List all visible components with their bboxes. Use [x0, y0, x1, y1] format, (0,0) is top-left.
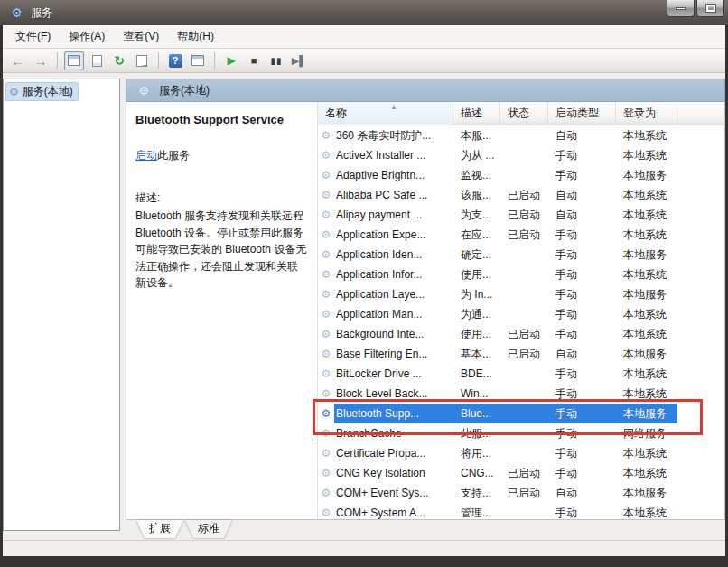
table-row[interactable]: ⚙Application Expe...在应...已启动手动本地系统	[318, 225, 724, 245]
forward-button[interactable]: →	[31, 51, 51, 70]
export-list-button[interactable]	[132, 51, 152, 70]
restart-service-button[interactable]: ▶▌	[289, 51, 309, 70]
service-action-line: 启动此服务	[135, 148, 308, 163]
table-header-row: 名称 ▲ 描述 状态 启动类型 登录为	[318, 102, 724, 125]
table-row[interactable]: ⚙Adaptive Brightn...监视...手动本地服务	[318, 165, 724, 185]
start-service-link[interactable]: 启动	[135, 149, 157, 162]
show-hide-pane-icon	[191, 55, 204, 66]
table-row[interactable]: ⚙360 杀毒实时防护...本服...自动本地系统	[318, 125, 724, 145]
cell-desc: 为从 ...	[453, 148, 500, 163]
column-header-status[interactable]: 状态	[500, 102, 548, 125]
start-service-button[interactable]: ▶	[221, 51, 241, 70]
table-row[interactable]: ⚙COM+ Event Sys...支持...已启动自动本地服务	[318, 483, 724, 503]
table-row[interactable]: ⚙Application Laye...为 In...手动本地服务	[318, 284, 724, 304]
table-row[interactable]: ⚙Alibaba PC Safe ...该服...已启动自动本地系统	[318, 185, 724, 205]
table-row[interactable]: ⚙BranchCache此服...手动网络服务	[318, 423, 724, 443]
services-pane: ⚙ 服务(本地) Bluetooth Support Service 启动此服务…	[126, 79, 725, 540]
table-row[interactable]: ⚙Bluetooth Supp...Blue...手动本地服务	[318, 404, 724, 423]
cell-status: 已启动	[500, 188, 548, 203]
cell-startup: 手动	[548, 327, 616, 342]
cell-startup: 手动	[548, 148, 616, 163]
cell-logon: 本地服务	[616, 287, 677, 302]
cell-logon: 本地系统	[616, 228, 677, 243]
properties-icon	[92, 55, 102, 67]
tree-item-label: 服务(本地)	[23, 84, 73, 99]
table-row[interactable]: ⚙COM+ System A...管理...手动本地系统	[318, 503, 724, 519]
cell-desc: 监视...	[453, 168, 500, 183]
stop-icon: ■	[251, 55, 257, 66]
cell-logon: 本地系统	[616, 188, 677, 203]
cell-name: Application Iden...	[334, 248, 453, 261]
cell-desc: CNG...	[453, 467, 500, 479]
cell-logon: 本地服务	[616, 168, 677, 183]
cell-startup: 手动	[548, 367, 616, 382]
cell-logon: 本地服务	[616, 406, 677, 422]
cell-desc: 本服...	[453, 128, 500, 144]
table-row[interactable]: ⚙Block Level Back...Win...手动本地系统	[318, 384, 724, 404]
cell-desc: 为通...	[453, 307, 500, 322]
cell-logon: 本地系统	[616, 128, 677, 144]
show-hide-pane-button[interactable]	[188, 51, 208, 70]
cell-name: COM+ System A...	[334, 507, 453, 519]
table-row[interactable]: ⚙ActiveX Installer ...为从 ...手动本地系统	[318, 145, 724, 165]
services-table: 名称 ▲ 描述 状态 启动类型 登录为 ⚙360 杀毒实时防护...本服...自…	[318, 102, 724, 519]
minimize-button[interactable]	[667, 0, 695, 17]
table-row[interactable]: ⚙Base Filtering En...基本...已启动自动本地服务	[318, 344, 724, 364]
table-row[interactable]: ⚙Certificate Propa...将用...手动本地系统	[318, 443, 724, 463]
tab-extended[interactable]: 扩展	[136, 520, 183, 538]
pause-service-button[interactable]: ▮▮	[266, 51, 286, 70]
services-app-icon: ⚙	[9, 5, 24, 21]
menu-file[interactable]: 文件(F)	[6, 25, 60, 48]
cell-status: 已启动	[500, 347, 548, 362]
service-description: Bluetooth 服务支持发现和关联远程 Bluetooth 设备。停止或禁用…	[135, 208, 308, 292]
cell-name: Bluetooth Supp...	[334, 407, 453, 420]
column-header-filler	[677, 102, 724, 125]
column-header-startup-type[interactable]: 启动类型	[548, 102, 616, 125]
cell-startup: 自动	[548, 486, 616, 501]
help-icon: ?	[169, 54, 182, 68]
column-header-label: 登录为	[623, 106, 656, 121]
cell-desc: 支持...	[453, 486, 500, 501]
description-label: 描述:	[135, 191, 308, 206]
table-row[interactable]: ⚙Application Infor...使用...手动本地系统	[318, 265, 724, 284]
cell-name: ActiveX Installer ...	[334, 149, 453, 162]
table-row[interactable]: ⚙Background Inte...使用...已启动手动本地系统	[318, 324, 724, 344]
cell-startup: 手动	[548, 406, 616, 422]
console-tree-panel: ⚙ 服务(本地)	[3, 79, 120, 531]
menu-view[interactable]: 查看(V)	[114, 25, 168, 48]
service-gear-icon: ⚙	[318, 169, 334, 181]
cell-logon: 本地系统	[616, 367, 677, 382]
service-gear-icon: ⚙	[318, 248, 334, 261]
menu-help[interactable]: 帮助(H)	[168, 25, 223, 48]
table-row[interactable]: ⚙BitLocker Drive ...BDE...手动本地系统	[318, 364, 724, 384]
cell-status: 已启动	[500, 228, 548, 243]
tree-item-services-local[interactable]: ⚙ 服务(本地)	[5, 82, 79, 101]
column-header-label: 名称	[325, 106, 347, 121]
menu-action[interactable]: 操作(A)	[60, 25, 114, 48]
table-row[interactable]: ⚙Alipay payment ...为支...已启动自动本地系统	[318, 205, 724, 225]
cell-status: 已启动	[500, 466, 548, 481]
cell-desc: 此服...	[453, 426, 500, 442]
maximize-button[interactable]	[696, 0, 724, 17]
refresh-icon: ↻	[114, 53, 125, 68]
column-header-description[interactable]: 描述	[453, 102, 500, 125]
table-row[interactable]: ⚙Application Iden...确定...手动本地服务	[318, 245, 724, 265]
title-bar: ⚙ 服务	[0, 0, 728, 25]
refresh-button[interactable]: ↻	[109, 51, 129, 70]
properties-button[interactable]	[87, 51, 107, 70]
column-header-logon-as[interactable]: 登录为	[616, 102, 677, 125]
table-row[interactable]: ⚙Application Man...为通...手动本地系统	[318, 304, 724, 324]
cell-logon: 本地系统	[616, 446, 677, 461]
minimize-icon	[676, 7, 686, 10]
service-gear-icon: ⚙	[318, 308, 334, 321]
cell-name: Background Inte...	[334, 328, 453, 340]
stop-service-button[interactable]: ■	[244, 51, 264, 70]
help-button[interactable]: ?	[165, 51, 185, 70]
column-header-name[interactable]: 名称 ▲	[318, 102, 453, 125]
back-button[interactable]: ←	[8, 51, 28, 70]
service-gear-icon: ⚙	[318, 228, 334, 241]
tab-standard[interactable]: 标准	[185, 520, 232, 538]
console-window-button[interactable]	[64, 51, 84, 70]
service-gear-icon: ⚙	[318, 328, 334, 340]
table-row[interactable]: ⚙CNG Key IsolationCNG...已启动手动本地系统	[318, 463, 724, 483]
